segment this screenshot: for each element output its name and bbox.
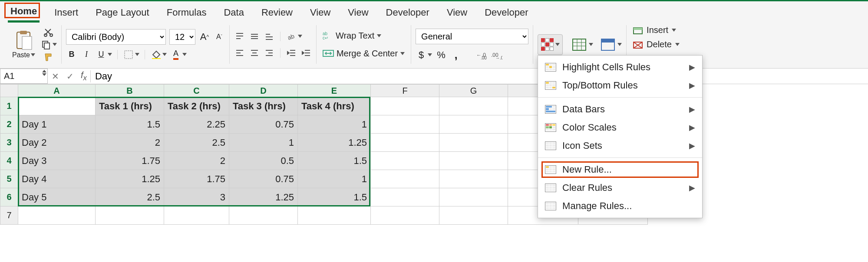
menu-new-rule[interactable]: New Rule... xyxy=(538,160,702,179)
copy-button[interactable] xyxy=(40,39,52,50)
align-left-button[interactable] xyxy=(234,47,245,59)
cell-D1[interactable]: Task 3 (hrs) xyxy=(229,97,298,115)
cell-D4[interactable]: 0.5 xyxy=(229,152,298,170)
cell-styles-button[interactable] xyxy=(599,36,617,53)
col-header-G[interactable]: G xyxy=(439,84,508,97)
cell-F7[interactable] xyxy=(371,206,439,225)
cell-D5[interactable]: 0.75 xyxy=(229,170,298,188)
row-header-3[interactable]: 3 xyxy=(0,134,18,152)
cell-E2[interactable]: 1 xyxy=(298,115,371,134)
col-header-F[interactable]: F xyxy=(371,84,439,97)
cell-G7[interactable] xyxy=(439,206,508,225)
font-name-select[interactable]: Calibri (Body) xyxy=(66,29,166,45)
align-middle-button[interactable] xyxy=(249,31,260,42)
cell-F2[interactable] xyxy=(371,115,439,134)
tab-developer[interactable]: Developer xyxy=(383,5,432,22)
comma-button[interactable]: , xyxy=(450,49,462,61)
cell-B1[interactable]: Task 1 (hrs) xyxy=(96,97,164,115)
menu-icon-sets[interactable]: Icon Sets▶ xyxy=(538,137,702,155)
fx-label[interactable]: fx xyxy=(77,70,91,82)
cell-E7[interactable] xyxy=(298,206,371,225)
row-header-5[interactable]: 5 xyxy=(0,170,18,188)
cell-D3[interactable]: 1 xyxy=(229,134,298,152)
row-header-1[interactable]: 1 xyxy=(0,97,18,115)
menu-manage-rules[interactable]: Manage Rules... xyxy=(538,197,702,215)
name-box[interactable]: A1 xyxy=(0,69,48,84)
tab-view-3[interactable]: View xyxy=(444,5,470,22)
font-size-select[interactable]: 12 xyxy=(169,29,195,45)
cell-G3[interactable] xyxy=(439,134,508,152)
cell-E5[interactable]: 1 xyxy=(298,170,371,188)
cell-A7[interactable] xyxy=(18,206,96,225)
tab-view[interactable]: View xyxy=(307,5,333,22)
col-header-B[interactable]: B xyxy=(96,84,164,97)
cell-C5[interactable]: 1.75 xyxy=(164,170,229,188)
col-header-C[interactable]: C xyxy=(164,84,229,97)
cell-A6[interactable]: Day 5 xyxy=(18,188,96,206)
cell-B6[interactable]: 2.5 xyxy=(96,188,164,206)
tab-page-layout[interactable]: Page Layout xyxy=(93,5,152,22)
menu-highlight-cells-rules[interactable]: Highlight Cells Rules▶ xyxy=(538,58,702,76)
conditional-formatting-button[interactable] xyxy=(538,34,563,55)
tab-home[interactable]: Home xyxy=(8,4,40,23)
cell-G2[interactable] xyxy=(439,115,508,134)
increase-decimal-button[interactable]: ←.0.00 xyxy=(476,49,488,61)
font-color-button[interactable]: A xyxy=(170,49,182,60)
decrease-indent-button[interactable] xyxy=(286,47,297,59)
cell-B4[interactable]: 1.75 xyxy=(96,152,164,170)
formula-input[interactable] xyxy=(95,69,868,84)
cell-D7[interactable] xyxy=(229,206,298,225)
cell-F1[interactable] xyxy=(371,97,439,115)
insert-cells-button[interactable]: Insert xyxy=(633,25,680,35)
menu-color-scales[interactable]: Color Scales▶ xyxy=(538,118,702,137)
menu-top-bottom-rules[interactable]: Top/Bottom Rules▶ xyxy=(538,76,702,95)
cell-E6[interactable]: 1.5 xyxy=(298,188,371,206)
format-as-table-button[interactable] xyxy=(571,36,588,53)
cancel-formula-button[interactable]: ✕ xyxy=(48,71,63,82)
borders-button[interactable] xyxy=(123,49,134,60)
cell-E1[interactable]: Task 4 (hrs) xyxy=(298,97,371,115)
cell-A2[interactable]: Day 1 xyxy=(18,115,96,134)
italic-button[interactable]: I xyxy=(81,49,92,60)
cell-F4[interactable] xyxy=(371,152,439,170)
cell-G5[interactable] xyxy=(439,170,508,188)
align-top-button[interactable] xyxy=(234,31,245,42)
tab-formulas[interactable]: Formulas xyxy=(164,5,209,22)
row-header-7[interactable]: 7 xyxy=(0,206,18,225)
cell-B7[interactable] xyxy=(96,206,164,225)
cut-button[interactable] xyxy=(43,27,54,38)
tab-review[interactable]: Review xyxy=(259,5,295,22)
tab-data[interactable]: Data xyxy=(221,5,246,22)
merge-center-button[interactable]: Merge & Center xyxy=(321,48,406,59)
menu-data-bars[interactable]: Data Bars▶ xyxy=(538,100,702,118)
row-header-4[interactable]: 4 xyxy=(0,152,18,170)
tab-insert[interactable]: Insert xyxy=(52,5,81,22)
cell-C1[interactable]: Task 2 (hrs) xyxy=(164,97,229,115)
increase-font-button[interactable]: A^ xyxy=(199,31,210,43)
accounting-format-button[interactable]: $ xyxy=(416,49,427,61)
cell-A5[interactable]: Day 4 xyxy=(18,170,96,188)
bold-button[interactable]: B xyxy=(66,49,77,60)
col-header-D[interactable]: D xyxy=(229,84,298,97)
cell-C7[interactable] xyxy=(164,206,229,225)
fill-color-button[interactable] xyxy=(150,49,162,60)
cell-A3[interactable]: Day 2 xyxy=(18,134,96,152)
wrap-text-button[interactable]: abc↵ Wrap Text xyxy=(321,30,406,42)
tab-view-2[interactable]: View xyxy=(345,5,371,22)
cell-F3[interactable] xyxy=(371,134,439,152)
decrease-decimal-button[interactable]: .00→.0 xyxy=(491,49,502,61)
align-center-button[interactable] xyxy=(249,47,260,59)
increase-indent-button[interactable] xyxy=(300,47,312,59)
orientation-button[interactable]: ab xyxy=(286,31,297,42)
underline-button[interactable]: U xyxy=(96,49,107,60)
number-format-select[interactable]: General xyxy=(416,29,528,44)
row-header-6[interactable]: 6 xyxy=(0,188,18,206)
menu-clear-rules[interactable]: Clear Rules▶ xyxy=(538,179,702,197)
delete-cells-button[interactable]: Delete xyxy=(633,39,680,49)
cell-A4[interactable]: Day 3 xyxy=(18,152,96,170)
cell-G6[interactable] xyxy=(439,188,508,206)
align-right-button[interactable] xyxy=(264,47,275,59)
cell-B3[interactable]: 2 xyxy=(96,134,164,152)
cell-C2[interactable]: 2.25 xyxy=(164,115,229,134)
enter-formula-button[interactable]: ✓ xyxy=(63,71,77,82)
